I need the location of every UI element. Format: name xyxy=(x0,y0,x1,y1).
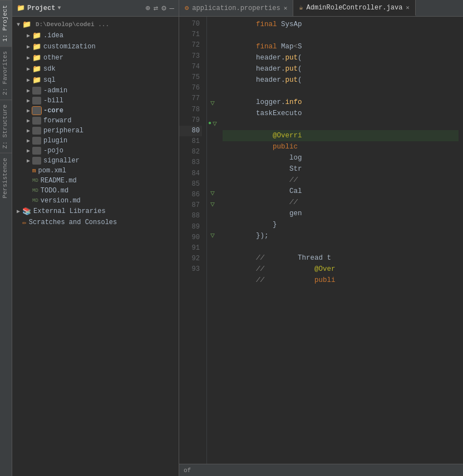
code-content-area: 70 71 72 73 74 75 76 77 78 79 80 81 82 8… xyxy=(179,17,463,464)
project-header-icons: ⊕ ⇄ ⚙ — xyxy=(145,3,174,13)
gutter-mark xyxy=(207,29,218,39)
arrow-icon: ▶ xyxy=(24,32,32,39)
arrow-icon: ▶ xyxy=(24,77,32,83)
line-num: 86 xyxy=(179,190,202,200)
code-line-70: final SysAp xyxy=(223,19,459,30)
list-item[interactable]: ▶ 📁 other xyxy=(12,52,179,63)
fold-marker[interactable]: ▽ xyxy=(207,97,218,109)
code-line-79 xyxy=(223,119,459,130)
tree-root[interactable]: ▼ 📁 D:\Devolop\codei ... xyxy=(12,19,179,30)
item-label: sql xyxy=(43,76,56,84)
module-icon xyxy=(32,87,41,95)
list-item[interactable]: ▶ peripheral xyxy=(12,126,179,136)
item-label: plugin xyxy=(43,137,67,145)
close-tab-button[interactable]: ✕ xyxy=(284,4,288,12)
fold-marker[interactable]: ▽ xyxy=(207,199,218,210)
line-num: 82 xyxy=(179,147,202,157)
arrow-icon: ▶ xyxy=(24,107,32,114)
line-num: 90 xyxy=(179,232,202,243)
properties-file-icon: ⚙ xyxy=(185,4,189,12)
code-line-86: // xyxy=(223,197,459,208)
root-label: D:\Devolop\codei ... xyxy=(33,21,109,28)
gutter-mark xyxy=(207,177,218,187)
item-label: sdk xyxy=(43,65,56,73)
gutter-mark xyxy=(207,128,218,138)
gutter-mark xyxy=(207,167,218,177)
gutter-mark xyxy=(207,210,218,220)
minimize-icon[interactable]: — xyxy=(170,4,174,13)
list-item[interactable]: ▶ 📁 .idea xyxy=(12,30,179,41)
left-tab-bar: 1: Project 2: Favorites Z: Structure Per… xyxy=(0,0,12,476)
line-num: 72 xyxy=(179,40,202,51)
tab-project[interactable]: 1: Project xyxy=(0,0,12,46)
list-item[interactable]: ▶ 📁 sql xyxy=(12,75,179,86)
line-num: 92 xyxy=(179,254,202,264)
list-item[interactable]: ▶ 📚 External Libraries xyxy=(12,206,179,217)
code-line-72: final Map<S xyxy=(223,41,459,52)
list-item[interactable]: m pom.xml xyxy=(12,166,179,176)
project-label: Project xyxy=(27,4,55,12)
close-tab-button[interactable]: ✕ xyxy=(406,4,410,11)
tab-admin-role-controller[interactable]: ☕ AdminRoleController.java ✕ xyxy=(293,0,416,16)
module-icon xyxy=(32,137,41,145)
arrow-icon: ▶ xyxy=(24,127,32,134)
folder-icon: 📁 xyxy=(32,76,41,85)
code-line-88: } xyxy=(223,219,459,230)
gutter-mark: ● ▽ xyxy=(207,118,218,128)
maven-icon: m xyxy=(32,167,36,174)
item-label: Scratches and Consoles xyxy=(29,219,117,226)
fold-marker[interactable]: ▽ xyxy=(207,187,218,199)
item-label: -bill xyxy=(43,97,63,105)
tab-application-properties[interactable]: ⚙ application.properties ✕ xyxy=(179,0,293,16)
tab-favorites[interactable]: 2: Favorites xyxy=(0,46,12,100)
arrow-icon: ▶ xyxy=(24,137,32,144)
item-label: pom.xml xyxy=(38,167,66,175)
code-line-81: public xyxy=(223,141,459,152)
gutter-mark xyxy=(207,68,218,78)
code-gutter: ▽ ● ▽ ▽ ▽ ▽ xyxy=(207,17,218,464)
gutter-mark xyxy=(207,220,218,230)
item-label: peripheral xyxy=(43,127,83,135)
list-item[interactable]: MD TODO.md xyxy=(12,186,179,196)
list-item[interactable]: ▶ 📁 sdk xyxy=(12,63,179,75)
md-icon: MD xyxy=(32,198,38,204)
item-label: forward xyxy=(43,117,71,125)
project-tree: ▼ 📁 D:\Devolop\codei ... ▶ 📁 .idea ▶ 📁 c… xyxy=(12,17,179,476)
arrow-icon: ▶ xyxy=(24,147,32,154)
list-item[interactable]: ▶ -bill xyxy=(12,96,179,106)
ext-lib-icon: 📚 xyxy=(22,207,31,216)
list-item[interactable]: ▶ 📁 customization xyxy=(12,41,179,52)
item-label: -core xyxy=(43,107,63,115)
arrow-icon: ▶ xyxy=(24,117,32,124)
list-item[interactable]: MD README.md xyxy=(12,176,179,186)
fold-marker[interactable]: ▽ xyxy=(207,230,218,241)
line-num: 71 xyxy=(179,29,202,40)
tab-structure[interactable]: Z: Structure xyxy=(0,100,12,153)
list-item[interactable]: MD version.md xyxy=(12,196,179,206)
tab-persistence[interactable]: Persistence xyxy=(0,153,12,203)
line-num: 85 xyxy=(179,179,202,190)
folder-icon: 📁 xyxy=(32,31,41,40)
settings-icon[interactable]: ⚙ xyxy=(161,3,166,13)
add-icon[interactable]: ⊕ xyxy=(145,3,150,13)
list-item[interactable]: ▶ signaller xyxy=(12,156,179,166)
code-editor[interactable]: final SysAp final Map<S header.put( head… xyxy=(218,17,463,464)
folder-icon: 📁 xyxy=(17,4,25,12)
item-label: customization xyxy=(43,43,96,51)
code-line-85: Cal xyxy=(223,186,459,197)
tab-label: application.properties xyxy=(192,4,280,12)
list-item[interactable]: ▶ -pojo xyxy=(12,146,179,156)
gutter-mark xyxy=(207,138,218,148)
line-num: 78 xyxy=(179,105,202,115)
md-icon: MD xyxy=(32,178,38,184)
arrow-icon: ▶ xyxy=(24,87,32,94)
gutter-mark xyxy=(207,48,218,58)
list-item[interactable]: ▶ forward xyxy=(12,116,179,126)
list-item[interactable]: ✏ Scratches and Consoles xyxy=(12,217,179,228)
line-num: 70 xyxy=(179,19,202,29)
list-item[interactable]: ▶ -core xyxy=(12,106,179,116)
line-num: 83 xyxy=(179,157,202,168)
scroll-icon[interactable]: ⇄ xyxy=(154,3,158,13)
list-item[interactable]: ▶ -admin xyxy=(12,86,179,96)
list-item[interactable]: ▶ plugin xyxy=(12,136,179,146)
